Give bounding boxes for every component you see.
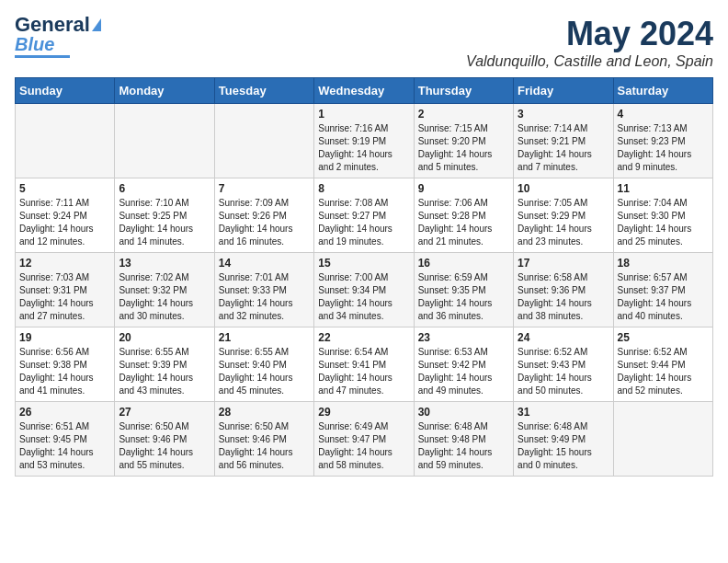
day-info: Sunrise: 6:52 AM Sunset: 9:43 PM Dayligh… xyxy=(518,346,609,397)
day-number: 8 xyxy=(318,182,409,195)
day-info: Sunrise: 7:02 AM Sunset: 9:32 PM Dayligh… xyxy=(119,271,210,323)
day-info: Sunrise: 6:50 AM Sunset: 9:46 PM Dayligh… xyxy=(119,420,210,472)
calendar-cell: 23Sunrise: 6:53 AM Sunset: 9:42 PM Dayli… xyxy=(414,327,513,402)
day-number: 17 xyxy=(518,257,609,270)
calendar-cell: 13Sunrise: 7:02 AM Sunset: 9:32 PM Dayli… xyxy=(115,253,214,327)
calendar-cell: 19Sunrise: 6:56 AM Sunset: 9:38 PM Dayli… xyxy=(16,327,115,402)
logo-triangle-icon xyxy=(92,18,101,31)
day-number: 30 xyxy=(418,406,509,419)
calendar-cell: 30Sunrise: 6:48 AM Sunset: 9:48 PM Dayli… xyxy=(414,402,513,477)
calendar-cell: 16Sunrise: 6:59 AM Sunset: 9:35 PM Dayli… xyxy=(414,253,513,327)
header-sunday: Sunday xyxy=(16,78,115,104)
header-friday: Friday xyxy=(514,78,613,104)
calendar-cell: 17Sunrise: 6:58 AM Sunset: 9:36 PM Dayli… xyxy=(514,253,613,327)
calendar-cell: 20Sunrise: 6:55 AM Sunset: 9:39 PM Dayli… xyxy=(115,327,214,402)
day-number: 27 xyxy=(119,406,210,419)
day-number: 15 xyxy=(318,257,409,270)
day-info: Sunrise: 7:08 AM Sunset: 9:27 PM Dayligh… xyxy=(318,197,409,248)
day-number: 5 xyxy=(19,182,110,195)
day-info: Sunrise: 6:54 AM Sunset: 9:41 PM Dayligh… xyxy=(318,346,409,397)
day-number: 9 xyxy=(418,182,509,195)
day-info: Sunrise: 7:04 AM Sunset: 9:30 PM Dayligh… xyxy=(618,197,709,248)
day-info: Sunrise: 6:55 AM Sunset: 9:39 PM Dayligh… xyxy=(119,346,210,397)
calendar-cell: 31Sunrise: 6:48 AM Sunset: 9:49 PM Dayli… xyxy=(514,402,613,477)
calendar-cell: 8Sunrise: 7:08 AM Sunset: 9:27 PM Daylig… xyxy=(314,178,414,253)
day-number: 3 xyxy=(518,108,609,121)
calendar-cell: 10Sunrise: 7:05 AM Sunset: 9:29 PM Dayli… xyxy=(514,178,613,253)
day-number: 2 xyxy=(418,108,509,121)
day-info: Sunrise: 7:05 AM Sunset: 9:29 PM Dayligh… xyxy=(518,197,609,248)
header-tuesday: Tuesday xyxy=(214,78,313,104)
day-number: 20 xyxy=(119,331,210,344)
calendar-cell: 14Sunrise: 7:01 AM Sunset: 9:33 PM Dayli… xyxy=(214,253,313,327)
day-info: Sunrise: 7:10 AM Sunset: 9:25 PM Dayligh… xyxy=(119,197,210,248)
day-number: 14 xyxy=(219,257,310,270)
calendar-cell: 21Sunrise: 6:55 AM Sunset: 9:40 PM Dayli… xyxy=(214,327,313,402)
day-info: Sunrise: 7:09 AM Sunset: 9:26 PM Dayligh… xyxy=(219,197,310,248)
day-number: 22 xyxy=(318,331,409,344)
calendar-table: SundayMondayTuesdayWednesdayThursdayFrid… xyxy=(15,77,713,477)
day-info: Sunrise: 7:15 AM Sunset: 9:20 PM Dayligh… xyxy=(418,122,509,174)
day-number: 21 xyxy=(219,331,310,344)
day-number: 11 xyxy=(618,182,709,195)
calendar-week-4: 19Sunrise: 6:56 AM Sunset: 9:38 PM Dayli… xyxy=(16,327,713,402)
day-info: Sunrise: 6:56 AM Sunset: 9:38 PM Dayligh… xyxy=(19,346,110,397)
day-number: 4 xyxy=(618,108,709,121)
header-saturday: Saturday xyxy=(613,78,712,104)
day-info: Sunrise: 7:06 AM Sunset: 9:28 PM Dayligh… xyxy=(418,197,509,248)
day-info: Sunrise: 7:00 AM Sunset: 9:34 PM Dayligh… xyxy=(318,271,409,323)
day-number: 29 xyxy=(318,406,409,419)
calendar-cell: 22Sunrise: 6:54 AM Sunset: 9:41 PM Dayli… xyxy=(314,327,414,402)
calendar-cell: 9Sunrise: 7:06 AM Sunset: 9:28 PM Daylig… xyxy=(414,178,513,253)
day-number: 19 xyxy=(19,331,110,344)
day-info: Sunrise: 7:03 AM Sunset: 9:31 PM Dayligh… xyxy=(19,271,110,323)
day-number: 12 xyxy=(19,257,110,270)
logo: General Blue xyxy=(15,15,101,58)
day-number: 31 xyxy=(518,406,609,419)
calendar-cell: 18Sunrise: 6:57 AM Sunset: 9:37 PM Dayli… xyxy=(613,253,712,327)
page-header: General Blue May 2024 Valdunquillo, Cast… xyxy=(15,15,713,70)
day-info: Sunrise: 6:57 AM Sunset: 9:37 PM Dayligh… xyxy=(618,271,709,323)
day-number: 18 xyxy=(618,257,709,270)
day-info: Sunrise: 6:55 AM Sunset: 9:40 PM Dayligh… xyxy=(219,346,310,397)
calendar-cell: 28Sunrise: 6:50 AM Sunset: 9:46 PM Dayli… xyxy=(214,402,313,477)
title-block: May 2024 Valdunquillo, Castille and Leon… xyxy=(466,15,713,70)
calendar-week-3: 12Sunrise: 7:03 AM Sunset: 9:31 PM Dayli… xyxy=(16,253,713,327)
calendar-cell xyxy=(214,104,313,178)
calendar-cell: 24Sunrise: 6:52 AM Sunset: 9:43 PM Dayli… xyxy=(514,327,613,402)
calendar-cell: 1Sunrise: 7:16 AM Sunset: 9:19 PM Daylig… xyxy=(314,104,414,178)
calendar-week-5: 26Sunrise: 6:51 AM Sunset: 9:45 PM Dayli… xyxy=(16,402,713,477)
day-info: Sunrise: 6:51 AM Sunset: 9:45 PM Dayligh… xyxy=(19,420,110,472)
day-info: Sunrise: 6:49 AM Sunset: 9:47 PM Dayligh… xyxy=(318,420,409,472)
calendar-week-1: 1Sunrise: 7:16 AM Sunset: 9:19 PM Daylig… xyxy=(16,104,713,178)
day-info: Sunrise: 6:52 AM Sunset: 9:44 PM Dayligh… xyxy=(618,346,709,397)
day-number: 10 xyxy=(518,182,609,195)
calendar-cell xyxy=(613,402,712,477)
calendar-cell: 3Sunrise: 7:14 AM Sunset: 9:21 PM Daylig… xyxy=(514,104,613,178)
logo-text-general: General xyxy=(15,15,90,35)
calendar-cell: 5Sunrise: 7:11 AM Sunset: 9:24 PM Daylig… xyxy=(16,178,115,253)
day-number: 16 xyxy=(418,257,509,270)
calendar-cell: 12Sunrise: 7:03 AM Sunset: 9:31 PM Dayli… xyxy=(16,253,115,327)
calendar-week-2: 5Sunrise: 7:11 AM Sunset: 9:24 PM Daylig… xyxy=(16,178,713,253)
month-title: May 2024 xyxy=(466,15,713,53)
day-info: Sunrise: 6:58 AM Sunset: 9:36 PM Dayligh… xyxy=(518,271,609,323)
calendar-cell: 27Sunrise: 6:50 AM Sunset: 9:46 PM Dayli… xyxy=(115,402,214,477)
day-info: Sunrise: 7:01 AM Sunset: 9:33 PM Dayligh… xyxy=(219,271,310,323)
day-info: Sunrise: 6:48 AM Sunset: 9:48 PM Dayligh… xyxy=(418,420,509,472)
day-number: 28 xyxy=(219,406,310,419)
day-number: 23 xyxy=(418,331,509,344)
day-info: Sunrise: 7:11 AM Sunset: 9:24 PM Dayligh… xyxy=(19,197,110,248)
day-info: Sunrise: 7:14 AM Sunset: 9:21 PM Dayligh… xyxy=(518,122,609,174)
day-number: 1 xyxy=(318,108,409,121)
day-info: Sunrise: 7:16 AM Sunset: 9:19 PM Dayligh… xyxy=(318,122,409,174)
day-number: 13 xyxy=(119,257,210,270)
day-info: Sunrise: 6:48 AM Sunset: 9:49 PM Dayligh… xyxy=(518,420,609,472)
day-number: 6 xyxy=(119,182,210,195)
calendar-cell: 4Sunrise: 7:13 AM Sunset: 9:23 PM Daylig… xyxy=(613,104,712,178)
header-thursday: Thursday xyxy=(414,78,513,104)
day-number: 25 xyxy=(618,331,709,344)
calendar-cell: 6Sunrise: 7:10 AM Sunset: 9:25 PM Daylig… xyxy=(115,178,214,253)
day-info: Sunrise: 6:53 AM Sunset: 9:42 PM Dayligh… xyxy=(418,346,509,397)
calendar-cell: 2Sunrise: 7:15 AM Sunset: 9:20 PM Daylig… xyxy=(414,104,513,178)
